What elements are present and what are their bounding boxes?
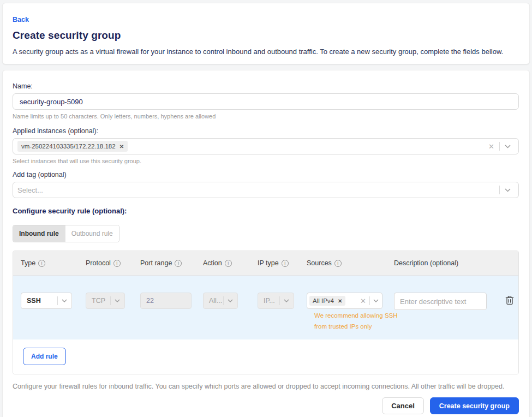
- add-tag-select[interactable]: Select...: [13, 182, 519, 198]
- form-actions: Cancel Create security group: [13, 397, 519, 414]
- chevron-down-icon[interactable]: [500, 188, 513, 192]
- clear-selection-icon[interactable]: ✕: [483, 142, 499, 151]
- applied-instances-label: Applied instances (optional):: [13, 127, 519, 135]
- chevron-down-icon: [280, 299, 290, 302]
- tab-outbound-rule[interactable]: Outbound rule: [65, 225, 119, 242]
- sources-chip-remove-icon[interactable]: ✕: [338, 298, 342, 304]
- info-icon[interactable]: [175, 260, 182, 267]
- header-sources: Sources: [307, 259, 394, 267]
- sources-select[interactable]: All IPv4 ✕ ✕: [307, 293, 382, 309]
- instance-chip-label: vm-250224103335/172.22.18.182: [21, 143, 116, 150]
- name-label: Name:: [13, 82, 519, 90]
- header-protocol: Protocol: [86, 259, 140, 267]
- rule-table-header: Type Protocol Port range Action IP type …: [13, 251, 518, 276]
- name-helper-text: Name limits up to 50 characters. Only le…: [13, 113, 519, 120]
- info-icon[interactable]: [282, 260, 289, 267]
- chevron-down-icon: [58, 299, 68, 302]
- info-icon[interactable]: [113, 260, 121, 267]
- info-icon[interactable]: [334, 260, 342, 267]
- page-header-card: Back Create security group A security gr…: [2, 3, 530, 64]
- name-input[interactable]: [13, 93, 519, 110]
- sources-chip: All IPv4 ✕: [309, 296, 345, 306]
- chevron-down-icon: [111, 299, 121, 302]
- applied-instances-select[interactable]: vm-250224103335/172.22.18.182 ✕ ✕: [13, 138, 519, 154]
- rule-direction-tabs: Inbound rule Outbound rule: [13, 225, 119, 242]
- action-select: All...: [203, 293, 238, 309]
- header-action: Action: [203, 259, 258, 267]
- create-security-group-form-card: Name: Name limits up to 50 characters. O…: [2, 70, 530, 417]
- rule-row: SSH TCP: [13, 276, 518, 339]
- configure-security-rule-label: Configure security rule (optional):: [13, 207, 519, 215]
- info-icon[interactable]: [225, 260, 232, 267]
- delete-rule-button[interactable]: [505, 295, 514, 307]
- clear-sources-icon[interactable]: ✕: [357, 297, 369, 305]
- port-range-input: [140, 293, 192, 309]
- ip-type-select: IP...: [258, 293, 294, 309]
- page-subtitle: A security group acts as a virtual firew…: [13, 47, 519, 56]
- firewall-note-text: Configure your firewall rules for inboun…: [13, 383, 519, 390]
- add-rule-button[interactable]: Add rule: [23, 348, 66, 365]
- ssh-warning-text: We recommend allowing SSH from trusted I…: [314, 310, 398, 332]
- create-security-group-button[interactable]: Create security group: [430, 397, 519, 414]
- type-select[interactable]: SSH: [21, 293, 72, 309]
- header-type: Type: [21, 259, 86, 267]
- chevron-down-icon[interactable]: [370, 299, 380, 302]
- protocol-select: TCP: [86, 293, 125, 309]
- trash-icon: [505, 295, 514, 305]
- rule-table-footer: Add rule: [13, 339, 518, 374]
- instance-chip-remove-icon[interactable]: ✕: [119, 144, 124, 150]
- applied-instances-helper-text: Select instances that will use this secu…: [13, 158, 519, 164]
- info-icon[interactable]: [38, 260, 45, 267]
- back-link[interactable]: Back: [13, 16, 29, 23]
- page-title: Create security group: [13, 29, 519, 41]
- chevron-down-icon: [224, 299, 234, 302]
- instance-chip: vm-250224103335/172.22.18.182 ✕: [17, 141, 128, 152]
- tab-inbound-rule[interactable]: Inbound rule: [13, 225, 65, 242]
- add-tag-placeholder: Select...: [17, 186, 43, 194]
- chevron-down-icon[interactable]: [500, 145, 513, 148]
- header-ip-type: IP type: [258, 259, 307, 267]
- description-input[interactable]: [394, 293, 487, 310]
- add-tag-label: Add tag (optional): [13, 171, 519, 178]
- security-rule-table: Type Protocol Port range Action IP type …: [13, 251, 519, 374]
- sources-chip-label: All IPv4: [313, 297, 334, 304]
- header-description: Description (optional): [394, 259, 518, 267]
- header-port-range: Port range: [140, 259, 203, 267]
- cancel-button[interactable]: Cancel: [382, 397, 424, 414]
